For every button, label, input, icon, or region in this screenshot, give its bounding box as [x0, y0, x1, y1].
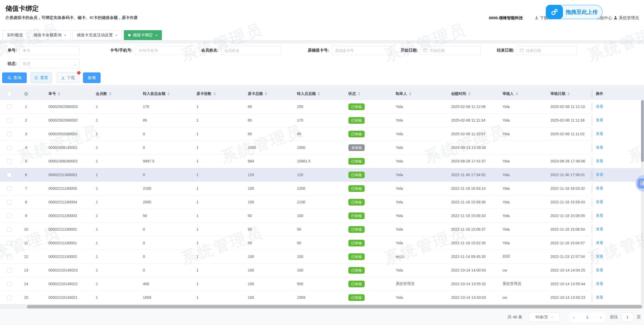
tab-close-icon[interactable]: × [115, 33, 118, 37]
view-link[interactable]: 查看 [596, 104, 603, 109]
row-checkbox[interactable] [7, 241, 12, 245]
view-link[interactable]: 查看 [596, 281, 603, 286]
row-checkbox[interactable] [7, 186, 12, 191]
horizontal-scrollbar[interactable] [0, 304, 644, 309]
tab-card-binding-active[interactable]: 储值卡绑定 × [124, 30, 162, 40]
table-row[interactable]: 11000022111800011015050已审核Yola2022-11-18… [0, 236, 644, 250]
table-row[interactable]: 7000022111800051210011002200已审核Yola2022-… [0, 182, 644, 195]
user-menu[interactable]: 系统管理员 [613, 16, 639, 21]
table-row[interactable]: 10000022111800021015050已审核Yola2022-11-18… [0, 223, 644, 236]
cell-checkbox [0, 195, 15, 209]
table-row[interactable]: 3000025020800011018585已审核Yola2025-02-08 … [0, 127, 644, 141]
view-link[interactable]: 查看 [596, 295, 603, 300]
view-link[interactable]: 查看 [596, 131, 603, 136]
view-link[interactable]: 查看 [596, 213, 603, 218]
sort-control[interactable] [318, 92, 320, 96]
row-checkbox[interactable] [7, 254, 12, 259]
view-link[interactable]: 查看 [596, 118, 603, 123]
sort-control[interactable] [265, 92, 267, 96]
goto-page-input[interactable] [621, 312, 634, 322]
add-button[interactable]: 新增 [83, 72, 101, 83]
row-checkbox[interactable] [7, 295, 12, 300]
start-date-input[interactable] [420, 46, 481, 55]
table-row[interactable]: 40000240913000110110001000未审核Yola2024-09… [0, 141, 644, 154]
cell-row-index: 13 [15, 264, 37, 277]
status-select-placeholder: 状态 [23, 61, 30, 66]
table-row[interactable]: 1000025020800031170185255已审核Yola2025-02-… [0, 100, 644, 114]
row-checkbox[interactable] [7, 268, 12, 273]
row-checkbox[interactable] [7, 214, 12, 218]
row-checkbox[interactable] [7, 227, 12, 232]
view-link[interactable]: 查看 [596, 241, 603, 245]
view-link[interactable]: 查看 [596, 268, 603, 273]
select-all-checkbox[interactable] [7, 92, 12, 96]
tab-label: 实时概览 [7, 33, 23, 38]
page-number-1[interactable]: 1 [586, 315, 588, 319]
cell-old-card-count: 1 [189, 209, 241, 223]
tab-recharge-activity[interactable]: 储值卡充值活动设置 × [73, 30, 122, 40]
sort-control[interactable] [516, 92, 518, 96]
table-row[interactable]: 200002502080002185185170已审核Yola2025-02-0… [0, 114, 644, 127]
table-row[interactable]: 1200002211140002101100100已审核wrj1c2022-11… [0, 250, 644, 264]
sort-control[interactable] [358, 92, 360, 96]
sort-control[interactable] [213, 92, 216, 96]
sort-control[interactable] [167, 92, 170, 96]
table-row[interactable]: 50000230828000219997.5198410981.5已审核Yola… [0, 154, 644, 168]
vertical-scrollbar[interactable] [641, 100, 644, 304]
status-select[interactable]: 状态 [19, 59, 79, 68]
view-link[interactable]: 查看 [596, 200, 603, 204]
row-checkbox[interactable] [7, 118, 12, 123]
sort-control[interactable] [58, 92, 60, 96]
cell-checkbox [0, 277, 15, 291]
cell-old-card-total: 1000 [241, 141, 290, 154]
member-name-input[interactable] [221, 46, 281, 55]
sort-control[interactable] [409, 92, 411, 96]
old-card-no-input[interactable] [331, 46, 392, 55]
cell-creator: Yola [389, 264, 444, 277]
search-button[interactable]: 查询 [2, 72, 27, 83]
table-row[interactable]: 140000221014002214001100500已审核系统管理员2022-… [0, 277, 644, 291]
table-row[interactable]: 8000022111800041200011002100已审核Yola2022-… [0, 195, 644, 209]
app-root: 系统管理员系统管理员系统管理员系统管理员系统管理员系统管理员系统管理员系统管理员… [0, 0, 644, 325]
reset-button[interactable]: 重置 [31, 72, 52, 83]
table-row[interactable]: 15000022101400211185911001959已审核Yola2022… [0, 291, 644, 304]
upload-dropzone[interactable]: 拖拽至此上传 [546, 5, 603, 19]
sort-control[interactable] [567, 92, 570, 96]
tab-close-icon[interactable]: × [155, 33, 158, 37]
horizontal-scrollbar-thumb[interactable] [27, 305, 642, 308]
row-checkbox[interactable] [7, 145, 12, 150]
next-page-button[interactable]: › [600, 315, 601, 320]
view-link[interactable]: 查看 [596, 254, 603, 259]
tab-realtime-overview[interactable]: 实时概览 [3, 30, 27, 40]
tab-close-icon[interactable]: × [64, 33, 66, 37]
row-checkbox[interactable] [7, 159, 12, 164]
view-link[interactable]: 查看 [596, 159, 603, 164]
page-size-select[interactable]: 50条/页 [528, 312, 560, 322]
filter-label: 单号: [7, 48, 17, 53]
prev-page-button[interactable]: ‹ [573, 315, 575, 320]
view-link[interactable]: 查看 [596, 145, 603, 150]
vertical-scrollbar-thumb[interactable] [641, 100, 644, 162]
translate-button[interactable]: 译 [638, 179, 644, 188]
column-settings-gear-icon[interactable]: ⚙ [24, 91, 28, 96]
cell-created-at: 2022-11-18 15:58:36 [444, 195, 495, 209]
tab-balance-query[interactable]: 储值卡余额查询 × [29, 30, 71, 40]
order-no-input[interactable] [19, 46, 79, 55]
row-checkbox[interactable] [7, 105, 12, 109]
download-button[interactable]: 下载 [57, 72, 79, 83]
card-phone-input[interactable] [135, 46, 195, 55]
row-checkbox[interactable] [7, 282, 12, 286]
end-date-input[interactable] [517, 46, 577, 55]
view-link[interactable]: 查看 [596, 227, 603, 232]
row-checkbox[interactable] [7, 200, 12, 204]
row-checkbox[interactable] [7, 132, 12, 136]
table-row[interactable]: 1300002210140023101100100已审核Yola2022-10-… [0, 264, 644, 277]
view-link[interactable]: 查看 [596, 172, 603, 177]
row-checkbox[interactable] [7, 173, 12, 177]
sort-control[interactable] [468, 92, 471, 96]
table-row[interactable]: 900002211180003150150100已审核Yola2022-11-1… [0, 209, 644, 223]
view-link[interactable]: 查看 [596, 186, 603, 191]
table-row[interactable]: 600002211300001101120120已审核Yola2022-11-3… [0, 168, 644, 182]
cell-old-card-count: 1 [189, 100, 241, 114]
sort-control[interactable] [109, 92, 112, 96]
